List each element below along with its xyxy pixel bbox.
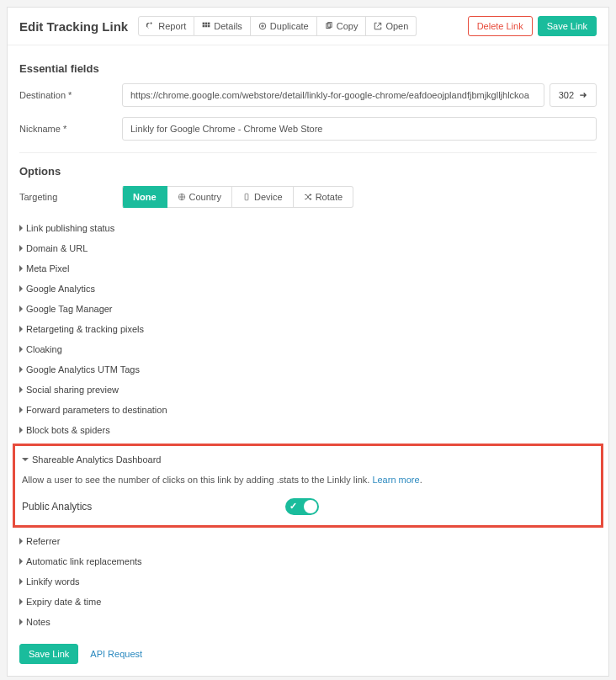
caret-right-icon — [19, 305, 23, 312]
public-analytics-label: Public Analytics — [22, 501, 92, 513]
open-button[interactable]: Open — [366, 16, 417, 36]
public-analytics-toggle[interactable]: ✓ — [285, 498, 319, 515]
caret-right-icon — [19, 598, 23, 605]
caret-right-icon — [19, 427, 23, 433]
plus-circle-icon — [258, 22, 267, 30]
caret-right-icon — [19, 366, 23, 373]
save-link-button[interactable]: Save Link — [538, 16, 597, 36]
learn-more-link[interactable]: Learn more — [372, 475, 419, 485]
collapse-gtm[interactable]: Google Tag Manager — [19, 299, 597, 319]
caret-down-icon — [22, 458, 29, 461]
duplicate-button[interactable]: Duplicate — [251, 16, 317, 36]
tab-country[interactable]: Country — [167, 186, 233, 208]
collapse-domain-url[interactable]: Domain & URL — [19, 238, 597, 258]
caret-right-icon — [19, 406, 23, 413]
caret-right-icon — [19, 245, 23, 252]
svg-rect-0 — [203, 23, 205, 25]
caret-right-icon — [19, 578, 23, 585]
shareable-description: Allow a user to see the number of clicks… — [22, 470, 594, 490]
essential-fields-heading: Essential fields — [19, 62, 597, 75]
tab-device[interactable]: Device — [232, 186, 294, 208]
nickname-label: Nickname * — [19, 124, 122, 134]
tab-none[interactable]: None — [122, 186, 167, 208]
nickname-input[interactable] — [122, 117, 597, 141]
collapse-google-analytics[interactable]: Google Analytics — [19, 279, 597, 299]
header-actions: Report Details Duplicate Copy Open — [138, 16, 417, 36]
options-heading: Options — [19, 165, 597, 178]
save-link-button-footer[interactable]: Save Link — [19, 644, 78, 664]
collapse-bots[interactable]: Block bots & spiders — [19, 420, 597, 440]
page-title: Edit Tracking Link — [19, 19, 128, 34]
collapse-meta-pixel[interactable]: Meta Pixel — [19, 258, 597, 279]
caret-right-icon — [19, 326, 23, 332]
gauge-icon — [146, 22, 155, 30]
caret-right-icon — [19, 265, 23, 272]
collapse-auto-replace[interactable]: Automatic link replacements — [19, 551, 597, 571]
targeting-tabs: None Country Device Rotate — [122, 186, 353, 208]
details-button[interactable]: Details — [194, 16, 251, 36]
collapse-social[interactable]: Social sharing preview — [19, 380, 597, 400]
shareable-analytics-section: Shareable Analytics Dashboard Allow a us… — [13, 444, 603, 528]
svg-rect-5 — [208, 25, 210, 28]
collapse-shareable[interactable]: Shareable Analytics Dashboard — [22, 449, 594, 470]
check-icon: ✓ — [289, 501, 297, 512]
caret-right-icon — [19, 619, 23, 625]
report-button[interactable]: Report — [138, 16, 194, 36]
collapse-forward[interactable]: Forward parameters to destination — [19, 400, 597, 420]
svg-rect-3 — [203, 25, 205, 28]
destination-input[interactable] — [122, 83, 544, 107]
collapse-expiry[interactable]: Expiry date & time — [19, 592, 597, 612]
targeting-label: Targeting — [19, 192, 122, 202]
api-request-link[interactable]: API Request — [90, 649, 142, 659]
collapse-referrer[interactable]: Referrer — [19, 531, 597, 551]
caret-right-icon — [19, 386, 23, 393]
collapse-cloaking[interactable]: Cloaking — [19, 339, 597, 359]
svg-rect-1 — [205, 23, 208, 25]
globe-icon — [178, 193, 186, 201]
collapse-retargeting[interactable]: Retargeting & tracking pixels — [19, 319, 597, 339]
collapse-notes[interactable]: Notes — [19, 612, 597, 632]
svg-rect-4 — [205, 25, 208, 28]
caret-right-icon — [19, 285, 23, 292]
device-icon — [242, 193, 251, 201]
collapse-linkify[interactable]: Linkify words — [19, 571, 597, 592]
caret-right-icon — [19, 558, 23, 565]
redirect-code-button[interactable]: 302 — [550, 83, 597, 107]
svg-rect-2 — [208, 23, 210, 25]
shuffle-icon — [304, 193, 312, 201]
collapse-utm[interactable]: Google Analytics UTM Tags — [19, 359, 597, 380]
caret-right-icon — [19, 225, 23, 231]
grid-icon — [202, 22, 210, 30]
caret-right-icon — [19, 538, 23, 545]
collapse-link-publishing[interactable]: Link publishing status — [19, 218, 597, 238]
external-link-icon — [374, 22, 382, 30]
svg-rect-10 — [245, 194, 248, 200]
copy-icon — [325, 22, 333, 30]
destination-label: Destination * — [19, 90, 122, 100]
delete-link-button[interactable]: Delete Link — [468, 16, 533, 36]
caret-right-icon — [19, 346, 23, 353]
tab-rotate[interactable]: Rotate — [294, 186, 353, 208]
copy-button[interactable]: Copy — [317, 16, 367, 36]
arrow-right-icon — [579, 91, 587, 99]
